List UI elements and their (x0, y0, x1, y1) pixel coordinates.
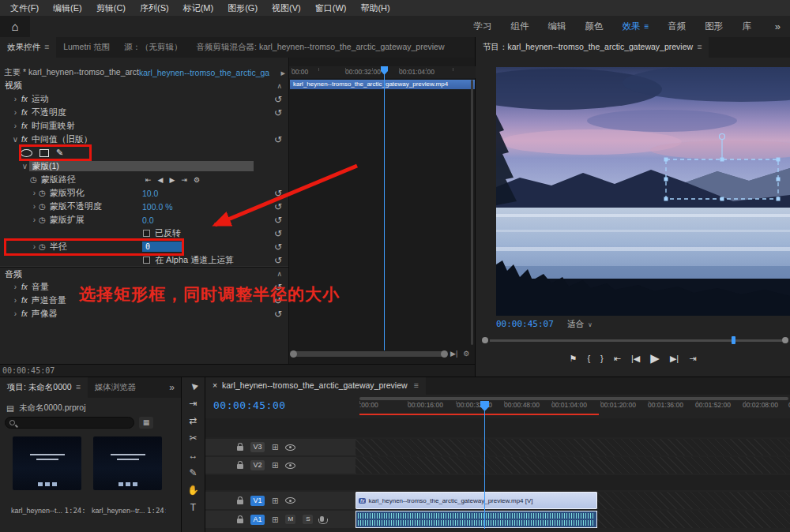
tab-audio-clip-mixer[interactable]: 音频剪辑混合器: karl_heynen--tromso_the_arctic_… (190, 37, 452, 58)
clip-label[interactable]: karl_heynen--t... 1:24:29 (11, 507, 85, 515)
mask-feather-row[interactable]: › ◷ 蒙版羽化 10.0 ↺ (0, 186, 288, 200)
sync-lock-icon[interactable]: ⊞ (272, 443, 278, 451)
mask-rectangle[interactable] (666, 159, 778, 199)
menu-clip[interactable]: 剪辑(C) (89, 2, 133, 14)
twirl-icon[interactable]: › (30, 202, 39, 211)
reset-icon[interactable]: ↺ (274, 95, 282, 104)
project-overflow-icon[interactable]: » (169, 377, 181, 398)
track-lane[interactable] (356, 439, 790, 455)
workspace-tab-learning[interactable]: 学习 (473, 21, 491, 32)
effect-row-opacity[interactable]: › fx 不透明度 ↺ (0, 106, 288, 119)
home-button[interactable]: ⌂ (0, 16, 30, 37)
eye-icon[interactable] (285, 463, 295, 469)
hand-tool[interactable]: ✋ (182, 481, 205, 499)
add-marker-icon[interactable]: ⚑ (570, 354, 577, 364)
panel-menu-icon[interactable]: ≡ (76, 382, 81, 392)
search-input[interactable] (5, 417, 134, 429)
panel-menu-icon[interactable]: ≡ (697, 42, 702, 51)
workspace-tab-graphics[interactable]: 图形 (705, 21, 723, 32)
track-badge[interactable]: V1 (250, 496, 265, 506)
effect-row-time-remapping[interactable]: › fx 时间重映射 (0, 119, 288, 133)
settings-wrench-icon[interactable]: ⚙ (463, 350, 469, 358)
twirl-icon[interactable]: › (11, 296, 20, 305)
workspace-tab-assembly[interactable]: 组件 (510, 21, 529, 32)
lock-icon[interactable] (237, 446, 243, 451)
project-file-row[interactable]: ▤ 未命名0000.prproj (6, 403, 86, 414)
video-clip[interactable]: fx karl_heynen--tromso_the_arctic_gatewa… (356, 492, 597, 509)
video-section-header[interactable]: 视频 ∧ (0, 79, 288, 92)
tab-program-monitor[interactable]: 节目：karl_heynen--tromso_the_arctic_gatewa… (476, 37, 709, 58)
program-video-frame[interactable] (496, 67, 790, 316)
workspace-tab-color[interactable]: 颜色 (585, 21, 603, 32)
pen-tool[interactable]: ✎ (182, 464, 205, 481)
workspace-tab-libraries[interactable]: 库 (742, 21, 751, 32)
mask-opacity-row[interactable]: › ◷ 蒙版不透明度 100.0 % ↺ (0, 200, 288, 213)
reset-icon[interactable]: ↺ (274, 229, 282, 238)
workspace-menu-icon[interactable]: ≡ (644, 22, 649, 31)
tab-lumetri-scopes[interactable]: Lumetri 范围 (56, 37, 117, 58)
scrub-playhead[interactable] (732, 336, 735, 344)
reset-icon[interactable]: ↺ (274, 135, 282, 144)
track-badge[interactable]: A1 (250, 515, 265, 525)
eye-icon[interactable] (285, 497, 295, 504)
mask-overlay[interactable] (496, 67, 790, 316)
mark-in-icon[interactable]: { (587, 354, 590, 363)
sequence-clip-label[interactable]: karl_heynen--tromso_the_arctic_ga... (139, 68, 269, 77)
timeline-timecode[interactable]: 00:00:45:00 (213, 399, 286, 411)
track-lane[interactable]: fx karl_heynen--tromso_the_arctic_gatewa… (356, 492, 790, 509)
type-tool[interactable]: T (182, 499, 205, 516)
voiceover-mic-icon[interactable] (320, 516, 324, 522)
timeline-scrollbar[interactable] (359, 397, 788, 400)
eye-icon[interactable] (285, 444, 295, 451)
scrub-track[interactable] (490, 339, 782, 342)
stopwatch-icon[interactable]: ◷ (39, 215, 46, 224)
tab-source-monitor[interactable]: 源：（无剪辑） (117, 37, 190, 58)
twirl-icon[interactable]: › (11, 309, 20, 318)
stopwatch-icon[interactable]: ◷ (30, 175, 37, 184)
effect-row-motion[interactable]: › fx 运动 ↺ (0, 92, 288, 106)
go-to-out-icon[interactable]: ⇥ (689, 354, 696, 364)
fx-badge-icon[interactable]: fx (21, 135, 28, 144)
scrub-right-handle[interactable] (782, 337, 788, 343)
collapse-icon[interactable]: ∧ (276, 82, 282, 90)
reset-icon[interactable]: ↺ (274, 309, 282, 319)
mask-expansion-row[interactable]: › ◷ 蒙版扩展 0.0 ↺ (0, 213, 288, 227)
twirl-icon[interactable]: › (11, 283, 20, 291)
frame-forward-icon[interactable]: ▶ (169, 176, 175, 184)
twirl-icon[interactable]: › (30, 189, 39, 197)
twirl-icon[interactable]: ∨ (11, 135, 20, 144)
menu-edit[interactable]: 编辑(E) (46, 2, 89, 14)
inverted-checkbox[interactable] (143, 230, 150, 237)
fx-badge-icon[interactable]: fx (21, 296, 28, 305)
mask-group-row[interactable]: ∨ 蒙版(1) (0, 159, 288, 173)
timeline-playhead-line[interactable] (484, 401, 485, 529)
clip-thumbnail[interactable] (13, 436, 81, 490)
mask-group-label[interactable]: 蒙版(1) (29, 161, 254, 171)
reset-icon[interactable]: ↺ (274, 189, 282, 198)
close-icon[interactable]: × (213, 380, 217, 390)
twirl-icon[interactable]: › (30, 215, 39, 224)
mask-path-wrench-icon[interactable]: ⚙ (194, 176, 200, 184)
lock-icon[interactable] (237, 500, 243, 504)
fx-badge-icon[interactable]: fx (21, 95, 28, 103)
mask-expansion-value[interactable]: 0.0 (142, 215, 154, 225)
reset-icon[interactable]: ↺ (274, 256, 282, 265)
stopwatch-icon[interactable]: ◷ (39, 202, 46, 211)
menu-window[interactable]: 窗口(W) (308, 2, 354, 14)
fx-badge-icon[interactable]: fx (21, 309, 28, 318)
twirl-icon[interactable]: › (11, 108, 20, 117)
scrub-left-handle[interactable] (482, 337, 488, 343)
clip-label[interactable]: karl_heynen--tr... 1:24:29 (92, 507, 166, 515)
sync-lock-icon[interactable]: ⊞ (272, 496, 278, 505)
lock-icon[interactable] (237, 519, 243, 523)
mark-out-icon[interactable]: } (600, 354, 604, 363)
audio-section-header[interactable]: 音频 ∧ (0, 267, 288, 280)
menu-graphics[interactable]: 图形(G) (220, 2, 265, 14)
menu-sequence[interactable]: 序列(S) (133, 2, 176, 14)
tab-media-browser[interactable]: 媒体浏览器 (88, 377, 144, 398)
play-button[interactable]: ▶ (650, 351, 660, 365)
mask-handles[interactable] (664, 158, 781, 201)
collapse-icon[interactable]: ∧ (276, 270, 282, 278)
fx-badge-icon[interactable]: fx (21, 108, 28, 117)
stopwatch-icon[interactable]: ◷ (39, 189, 46, 197)
